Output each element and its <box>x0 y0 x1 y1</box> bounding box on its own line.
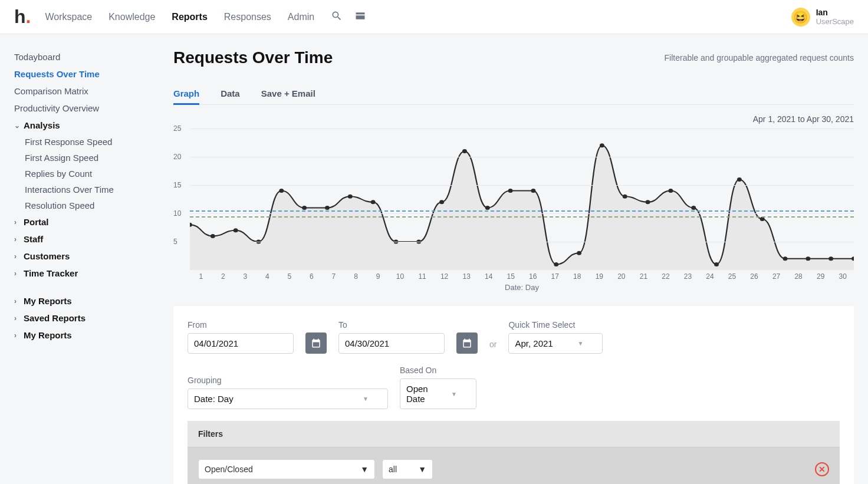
date-range-text: Apr 1, 2021 to Apr 30, 2021 <box>173 114 854 124</box>
x-tick: 8 <box>345 272 367 281</box>
chevron-right-icon: › <box>14 252 20 261</box>
sidebar-item-resolution-speed[interactable]: Resolution Speed <box>14 197 150 213</box>
x-tick: 30 <box>831 272 854 281</box>
svg-point-25 <box>760 217 765 221</box>
widget-icon[interactable] <box>354 10 366 24</box>
x-tick: 25 <box>721 272 744 281</box>
x-tick: 2 <box>212 272 235 281</box>
filter-field-select[interactable]: Open/Closed▼ <box>198 459 375 479</box>
x-tick: 1 <box>190 272 212 281</box>
logo[interactable]: h. <box>14 6 31 28</box>
search-icon[interactable] <box>331 10 343 24</box>
sidebar-item-todayboard[interactable]: Todayboard <box>14 48 150 65</box>
quick-label: Quick Time Select <box>508 320 603 330</box>
sidebar-item-first-response-speed[interactable]: First Response Speed <box>14 134 150 150</box>
quick-time-select[interactable]: Apr, 2021▼ <box>508 333 603 354</box>
nav-link-responses[interactable]: Responses <box>224 12 271 22</box>
sidebar-group-my-reports[interactable]: ›My Reports <box>14 292 150 310</box>
x-tick: 11 <box>411 272 433 281</box>
x-tick: 19 <box>588 272 611 281</box>
controls-card: From To or Quick Time Select Apr, <box>173 306 854 484</box>
to-label: To <box>338 320 445 330</box>
x-tick: 20 <box>610 272 633 281</box>
svg-point-24 <box>737 177 742 182</box>
sidebar-item-comparison-matrix[interactable]: Comparison Matrix <box>14 83 150 100</box>
user-menu[interactable]: 😆 Ian UserScape <box>791 8 854 27</box>
sidebar-item-interactions-over-time[interactable]: Interactions Over Time <box>14 182 150 197</box>
x-tick: 7 <box>323 272 345 281</box>
x-tick: 23 <box>677 272 699 281</box>
nav-link-workspace[interactable]: Workspace <box>45 12 92 22</box>
chevron-right-icon: › <box>14 297 20 305</box>
svg-point-2 <box>234 228 238 232</box>
svg-point-7 <box>348 195 353 199</box>
svg-point-26 <box>783 256 788 261</box>
based-on-label: Based On <box>400 366 476 375</box>
from-label: From <box>188 320 294 330</box>
close-icon: ✕ <box>818 465 826 474</box>
or-text: or <box>489 340 497 354</box>
x-tick: 24 <box>699 272 721 281</box>
svg-point-5 <box>302 206 307 210</box>
x-tick: 12 <box>433 272 456 281</box>
content: Requests Over Time Filterable and groupa… <box>173 48 854 484</box>
sidebar-item-requests-over-time[interactable]: Requests Over Time <box>14 65 150 83</box>
sidebar-item-replies-by-count[interactable]: Replies by Count <box>14 166 150 182</box>
chevron-down-icon: ⌄ <box>14 121 20 130</box>
x-tick: 9 <box>367 272 389 281</box>
sidebar-group-my-reports[interactable]: ›My Reports <box>14 327 150 344</box>
y-tick: 10 <box>173 209 181 218</box>
to-input[interactable] <box>338 333 445 354</box>
svg-point-11 <box>439 200 444 204</box>
nav-links: WorkspaceKnowledgeReportsResponsesAdmin <box>45 12 314 22</box>
svg-point-8 <box>371 200 376 204</box>
chevron-right-icon: › <box>14 314 20 322</box>
based-on-select[interactable]: Open Date▼ <box>400 378 476 409</box>
sidebar-group-saved-reports[interactable]: ›Saved Reports <box>14 310 150 327</box>
svg-point-21 <box>668 189 673 193</box>
sidebar-group-analysis[interactable]: ⌄ Analysis <box>14 117 150 134</box>
x-tick: 16 <box>522 272 544 281</box>
from-calendar-button[interactable] <box>305 332 327 354</box>
delete-filter-button[interactable]: ✕ <box>815 462 829 476</box>
avatar: 😆 <box>791 8 810 27</box>
x-tick: 21 <box>633 272 655 281</box>
sidebar-group-staff[interactable]: ›Staff <box>14 231 150 248</box>
sidebar-group-portal[interactable]: ›Portal <box>14 213 150 231</box>
page-title: Requests Over Time <box>173 48 333 67</box>
svg-point-12 <box>462 149 467 153</box>
svg-point-13 <box>485 206 490 210</box>
x-tick: 18 <box>566 272 588 281</box>
y-tick: 5 <box>173 238 177 246</box>
tab-graph[interactable]: Graph <box>173 84 199 105</box>
chevron-down-icon: ▼ <box>451 391 457 397</box>
page-subtitle: Filterable and groupable aggregated requ… <box>665 53 854 62</box>
svg-point-15 <box>531 189 535 193</box>
chevron-right-icon: › <box>14 269 20 278</box>
tab-data[interactable]: Data <box>221 84 240 104</box>
svg-point-28 <box>828 256 833 261</box>
x-tick: 14 <box>478 272 500 281</box>
chart-x-label: Date: Day <box>190 283 854 292</box>
filter-value-select[interactable]: all▼ <box>382 459 433 479</box>
x-tick: 28 <box>787 272 810 281</box>
grouping-select[interactable]: Date: Day▼ <box>188 388 388 409</box>
filters-panel: Filters Open/Closed▼ all▼ ✕ <box>188 421 840 484</box>
chevron-right-icon: › <box>14 331 20 340</box>
svg-point-20 <box>646 200 650 204</box>
sidebar-item-first-assign-speed[interactable]: First Assign Speed <box>14 150 150 166</box>
filters-header: Filters <box>188 421 840 447</box>
nav-link-reports[interactable]: Reports <box>172 12 207 22</box>
from-input[interactable] <box>188 333 294 354</box>
sidebar-group-customers[interactable]: ›Customers <box>14 248 150 265</box>
x-tick: 15 <box>499 272 522 281</box>
svg-point-19 <box>623 195 627 199</box>
sidebar-item-productivity-overview[interactable]: Productivity Overview <box>14 100 150 117</box>
x-tick: 4 <box>257 272 279 281</box>
svg-point-1 <box>211 234 215 238</box>
to-calendar-button[interactable] <box>456 332 478 354</box>
sidebar-group-time-tracker[interactable]: ›Time Tracker <box>14 265 150 282</box>
tab-save-email[interactable]: Save + Email <box>261 84 315 104</box>
nav-link-knowledge[interactable]: Knowledge <box>108 12 155 22</box>
nav-link-admin[interactable]: Admin <box>288 12 314 22</box>
